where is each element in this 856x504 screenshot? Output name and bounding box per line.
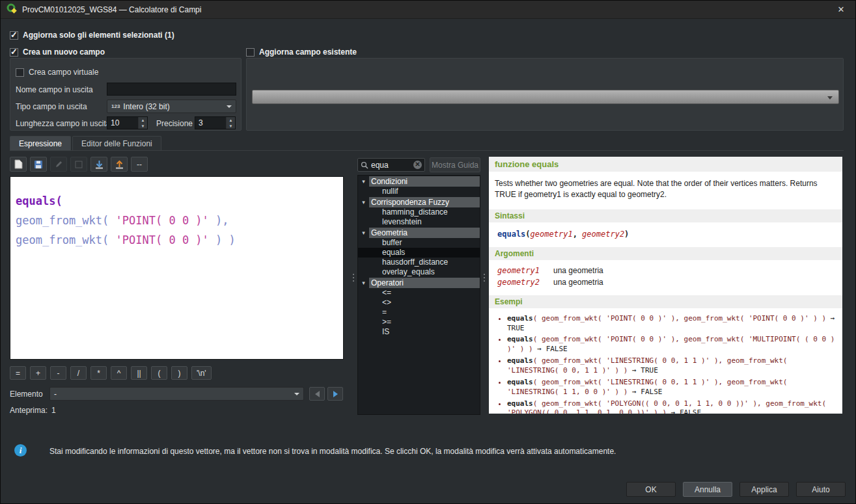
precision-spinner[interactable]: 3 ▲▼	[195, 116, 236, 129]
export-expressions-button[interactable]	[111, 157, 128, 172]
example-segment: TRUE	[641, 366, 658, 375]
existing-field-group	[246, 58, 844, 131]
function-item[interactable]: hausdorff_distance	[358, 258, 480, 267]
dash-button[interactable]: --	[131, 157, 148, 172]
previous-feature-button[interactable]	[309, 387, 325, 401]
dialog-buttons: OKAnnullaApplicaAiuto	[626, 482, 846, 497]
ok-button[interactable]: OK	[626, 482, 676, 497]
update-selected-only-checkbox[interactable]: Aggiorna solo gli elementi selezionati (…	[10, 31, 174, 40]
next-arrow-icon	[333, 391, 338, 397]
checkbox-label: Crea un nuovo campo	[23, 47, 105, 57]
output-type-combo[interactable]: 123 Intero (32 bit)	[107, 99, 236, 113]
example-segment: →	[533, 345, 546, 353]
checkbox-label: Crea campo virtuale	[29, 68, 98, 77]
operator-button[interactable]: ^	[111, 366, 127, 380]
code-token: ),	[209, 214, 229, 227]
update-existing-field-checkbox[interactable]: Aggiorna campo esistente	[246, 47, 357, 57]
operator-button[interactable]: )	[171, 366, 187, 380]
expand-arrow-icon[interactable]: ▾	[358, 199, 369, 206]
output-name-input[interactable]	[107, 83, 236, 96]
expression-editor[interactable]: equals(geom_from_wkt( 'POINT( 0 0 )' ),g…	[10, 176, 344, 360]
checkbox-indicator	[246, 48, 255, 57]
code-token: ) )	[209, 233, 236, 246]
example-item: equals( geom_from_wkt( 'POINT( 0 0 )' ),…	[507, 335, 837, 354]
spinner-arrows-icon[interactable]: ▲▼	[138, 117, 147, 129]
splitter-handle-right[interactable]	[482, 274, 486, 282]
delete-expression-button[interactable]	[70, 157, 87, 172]
code-token: geom_from_wkt	[16, 233, 102, 246]
next-feature-button[interactable]	[327, 387, 343, 401]
tab-editor-funzioni[interactable]: Editor delle Funzioni	[72, 136, 161, 151]
aiuto-button[interactable]: Aiuto	[796, 482, 846, 497]
function-item[interactable]: hamming_distance	[358, 207, 480, 217]
expression-toolbar: --	[10, 157, 148, 172]
annulla-button[interactable]: Annulla	[683, 482, 732, 497]
export-up-arrow-icon	[115, 160, 124, 169]
function-group-label: Corrispondenza Fuzzy	[369, 197, 480, 207]
preview-row: Anteprima: 1	[10, 406, 56, 415]
output-type-value: Intero (32 bit)	[123, 102, 169, 111]
function-item[interactable]: <=	[358, 288, 480, 298]
clear-search-icon[interactable]: ✕	[413, 161, 422, 169]
new-expression-button[interactable]	[10, 157, 27, 172]
operator-button[interactable]: +	[30, 366, 46, 380]
chevron-down-icon	[294, 393, 299, 395]
function-item[interactable]: equals	[358, 248, 480, 258]
function-group[interactable]: ▾Geometria	[358, 228, 480, 238]
example-item: equals( geom_from_wkt( 'LINESTRING( 0 0,…	[507, 378, 837, 397]
splitter-handle-left[interactable]	[352, 274, 355, 282]
import-expressions-button[interactable]	[90, 157, 107, 172]
virtual-field-checkbox[interactable]: Crea campo virtuale	[16, 68, 98, 77]
example-segment: FALSE	[680, 408, 701, 414]
function-item[interactable]: <>	[358, 298, 480, 308]
blank-icon	[75, 161, 83, 168]
close-icon[interactable]: ✕	[833, 5, 849, 14]
spinner-arrows-icon[interactable]: ▲▼	[226, 117, 235, 129]
code-line: geom_from_wkt( 'POINT( 0 0 )' ),	[16, 211, 338, 230]
create-new-field-checkbox[interactable]: Crea un nuovo campo	[10, 47, 105, 57]
elemento-combo[interactable]: -	[49, 387, 304, 401]
operator-button[interactable]: (	[151, 366, 167, 380]
function-item[interactable]: levenshtein	[358, 217, 480, 227]
field-calculator-dialog: ProvCM01012025_WGS84 — Calcolatore di Ca…	[0, 0, 856, 504]
integer-type-icon: 123	[111, 103, 120, 109]
operator-button[interactable]: =	[10, 366, 26, 380]
function-group-label: Geometria	[369, 228, 480, 238]
syntax-function: equals	[497, 230, 525, 239]
tab-espressione[interactable]: Espressione	[10, 136, 71, 151]
operator-button[interactable]: '\n'	[191, 366, 212, 380]
previous-arrow-icon	[315, 391, 320, 397]
function-group[interactable]: ▾Condizioni	[358, 176, 480, 187]
edit-expression-button[interactable]	[50, 157, 67, 172]
operator-button[interactable]: -	[50, 366, 66, 380]
save-expression-button[interactable]	[30, 157, 47, 172]
function-group[interactable]: ▾Corrispondenza Fuzzy	[358, 197, 480, 207]
example-segment: equals	[507, 314, 533, 323]
syntax-heading: Sintassi	[489, 209, 842, 222]
function-group[interactable]: ▾Operatori	[358, 278, 480, 288]
function-item[interactable]: IS	[358, 327, 480, 337]
expand-arrow-icon[interactable]: ▾	[358, 178, 369, 185]
expand-arrow-icon[interactable]: ▾	[358, 280, 369, 286]
example-segment: →	[826, 314, 835, 323]
function-item[interactable]: >=	[358, 317, 480, 327]
syntax-paren: (	[525, 230, 530, 239]
show-help-button[interactable]: Mostra Guida	[430, 157, 480, 172]
function-item[interactable]: buffer	[358, 238, 480, 248]
function-item[interactable]: nullif	[358, 187, 480, 196]
operator-button[interactable]: ||	[131, 366, 147, 380]
tab-bar: Espressione Editor delle Funzioni	[10, 136, 163, 151]
code-token: equals	[16, 194, 55, 207]
applica-button[interactable]: Applica	[739, 482, 789, 497]
example-segment: equals	[507, 378, 533, 386]
output-length-spinner[interactable]: 10 ▲▼	[107, 116, 148, 129]
operator-button[interactable]: *	[90, 366, 107, 380]
operator-button[interactable]: /	[70, 366, 87, 380]
function-search-input[interactable]	[371, 161, 411, 170]
function-item[interactable]: =	[358, 308, 480, 317]
example-segment: →	[628, 388, 641, 396]
function-item[interactable]: overlay_equals	[358, 267, 480, 277]
argument-description: una geometria	[553, 278, 603, 287]
expand-arrow-icon[interactable]: ▾	[358, 230, 369, 236]
example-item: equals( geom_from_wkt( 'POLYGON(( 0 0, 0…	[507, 399, 837, 414]
